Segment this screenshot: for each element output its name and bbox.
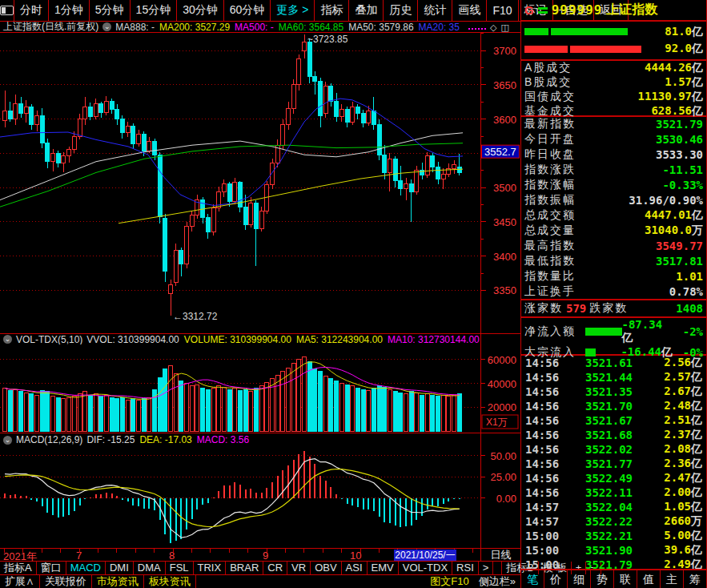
trade-row[interactable]: 15:003522.215.00亿 <box>521 529 706 543</box>
period-button[interactable]: 30分钟 <box>177 0 224 21</box>
trade-unit: 亿 <box>691 485 702 498</box>
stat-value: 4447.01亿 <box>645 208 703 223</box>
stat-value: 3530.46 <box>656 133 703 146</box>
tool-button[interactable]: 叠加 <box>349 0 384 21</box>
trade-time: 15:00 <box>525 530 567 542</box>
vol-title: VOL-TDX(5,10) <box>16 334 82 345</box>
axis-tick <box>191 549 192 553</box>
volume-chart[interactable]: 600004000020000X1万 <box>0 344 520 433</box>
bottom-bar-item[interactable]: 板块资讯 <box>144 575 196 588</box>
trade-row[interactable]: 15:003521.792.49亿 <box>521 558 706 569</box>
macd-title: MACD(12,26,9) <box>16 434 82 445</box>
trade-row[interactable]: 14:563521.352.67亿 <box>521 385 706 399</box>
indicator-tab-DMA[interactable]: DMA <box>134 562 166 574</box>
quote-tab-细[interactable]: 细 <box>568 570 591 588</box>
collapse-icon[interactable]: ⌄ <box>3 335 12 344</box>
indicator-tab-OBV[interactable]: OBV <box>311 562 341 574</box>
tick-trade-list[interactable]: 14:563521.612.56亿14:563521.442.57亿14:563… <box>521 356 706 569</box>
indicator-tab-ASI[interactable]: ASI <box>342 562 368 574</box>
axis-tick <box>154 549 155 553</box>
macd-axis-label: 0.00 <box>496 493 516 505</box>
price-badge-value: 3552.7 <box>484 146 516 158</box>
tool-button[interactable]: 统计 <box>418 0 452 21</box>
ma-legend-item: MA500: - <box>235 22 274 33</box>
quote-tab-筹[interactable]: 筹 <box>684 570 706 588</box>
menu-icon[interactable] <box>538 7 548 14</box>
period-button[interactable]: 1分钟 <box>49 0 90 21</box>
trade-row[interactable]: 14:563521.672.51亿 <box>521 413 706 428</box>
indicator-tab-VR[interactable]: VR <box>287 562 311 574</box>
period-button-group: 分时1分钟5分钟15分钟30分钟60分钟更多 > <box>14 0 315 21</box>
macd-legend-item: MACD: 3.56 <box>197 434 249 445</box>
kline-chart[interactable]: 37003650360035503500345034003350~3723.85… <box>0 33 520 333</box>
stat-row: 总成交额4447.01亿 <box>521 208 706 224</box>
stat-row: 指数涨跌-11.51 <box>521 163 706 178</box>
bottom-bar-item[interactable]: 图文F10 <box>425 575 473 588</box>
axis-tick <box>229 549 230 553</box>
trade-row[interactable]: 14:563521.682.37亿 <box>521 428 706 442</box>
indicator-tab-CR[interactable]: CR <box>263 562 287 574</box>
trade-row[interactable]: 14:573522.222660万 <box>521 514 706 529</box>
period-button[interactable]: 5分钟 <box>90 0 131 21</box>
trade-amount: 39.6亿 <box>651 543 702 558</box>
stat-value: 3533.30 <box>656 148 703 161</box>
ma-legend: MA888: -MA200: 3527.29MA500: -MA60: 3564… <box>115 22 464 33</box>
indicator-tab-TRIX[interactable]: TRIX <box>194 562 227 574</box>
tool-button[interactable]: F10 <box>487 0 518 21</box>
macd-chart[interactable]: 50.0025.000.00 <box>0 446 520 548</box>
indicator-tab-RSI[interactable]: RSI <box>452 562 479 574</box>
trade-row[interactable]: 14:563522.022.08亿 <box>521 442 706 457</box>
quote-tab-势[interactable]: 势 <box>591 570 614 588</box>
tool-button[interactable]: 历史 <box>384 0 418 21</box>
axis-tick <box>135 549 136 553</box>
stock-code: 999999 <box>552 2 603 18</box>
quote-tab-联[interactable]: 联 <box>614 570 637 588</box>
trade-unit: 亿 <box>691 399 702 412</box>
collapse-icon[interactable]: ⌄ <box>102 22 111 31</box>
trade-row[interactable]: 14:563521.702.48亿 <box>521 399 706 413</box>
trade-unit: 亿 <box>691 543 702 556</box>
bottom-bar-item[interactable]: 市场资讯 <box>92 575 144 588</box>
trade-row[interactable]: 14:563522.112.00亿 <box>521 485 706 500</box>
diamond-icon[interactable]: ◇ <box>490 22 496 32</box>
quote-tab-主[interactable]: 主 <box>661 570 684 588</box>
trade-row[interactable]: 14:573522.041.05亿 <box>521 500 706 514</box>
indicator-tab-BRAR[interactable]: BRAR <box>226 562 263 574</box>
indicator-tab-MACD[interactable]: MACD <box>66 562 106 574</box>
trade-unit: 亿 <box>691 457 702 469</box>
period-button[interactable]: 分时 <box>14 0 49 21</box>
price-axis-label: 3650 <box>493 79 516 91</box>
quote-tab-笔[interactable]: 笔 <box>521 570 544 588</box>
collapse-icon[interactable]: ⌄ <box>3 436 12 445</box>
more-button[interactable]: 更多 > <box>271 0 315 21</box>
period-button[interactable]: 60分钟 <box>224 0 271 21</box>
trade-row[interactable]: 14:563521.612.56亿 <box>521 356 706 370</box>
indicator-tab-VOL-TDX[interactable]: VOL-TDX <box>399 562 452 574</box>
bottom-bar-item[interactable]: 关联报价 <box>40 575 92 588</box>
indicator-tab-窗口[interactable]: 窗口 <box>37 562 66 574</box>
panel-icon[interactable]: ◫ <box>500 22 508 32</box>
bottom-bar-item[interactable]: 侧边栏» <box>474 575 520 588</box>
tool-button[interactable]: 画线 <box>452 0 487 21</box>
quote-tab-值[interactable]: 值 <box>637 570 661 588</box>
tdx-terminal: 分时1分钟5分钟15分钟30分钟60分钟更多 > 指标叠加历史统计画线F10标记… <box>0 0 707 588</box>
stat-value: 31.96/0.90% <box>629 194 703 207</box>
trade-row[interactable]: 15:003521.9039.6亿 <box>521 543 706 558</box>
period-label[interactable]: 日线 <box>480 549 520 562</box>
trade-price: 3521.61 <box>567 356 651 369</box>
trade-row[interactable]: 14:563522.492.47亿 <box>521 471 706 485</box>
indicator-tab-bar: 指标A窗口MACDDMIDMAFSLTRIXBRARCRVROBVASIEMVV… <box>0 561 520 574</box>
quote-tab-价[interactable]: 价 <box>544 570 568 588</box>
period-button[interactable]: 15分钟 <box>131 0 178 21</box>
trade-row[interactable]: 14:563521.772.36亿 <box>521 457 706 471</box>
indicator-tab-DMI[interactable]: DMI <box>106 562 134 574</box>
indicator-tab-blank[interactable] <box>493 562 502 574</box>
tool-button[interactable]: 指标 <box>315 0 349 21</box>
bottom-bar-item[interactable]: 扩展∧ <box>0 575 40 588</box>
indicator-tab->[interactable]: > <box>479 562 494 574</box>
stat-row: 总成交量31040.0万 <box>521 223 706 238</box>
indicator-tab-FSL[interactable]: FSL <box>166 562 194 574</box>
layout-icon[interactable] <box>0 0 14 21</box>
trade-row[interactable]: 14:563521.442.57亿 <box>521 370 706 385</box>
indicator-tab-EMV[interactable]: EMV <box>368 562 399 574</box>
